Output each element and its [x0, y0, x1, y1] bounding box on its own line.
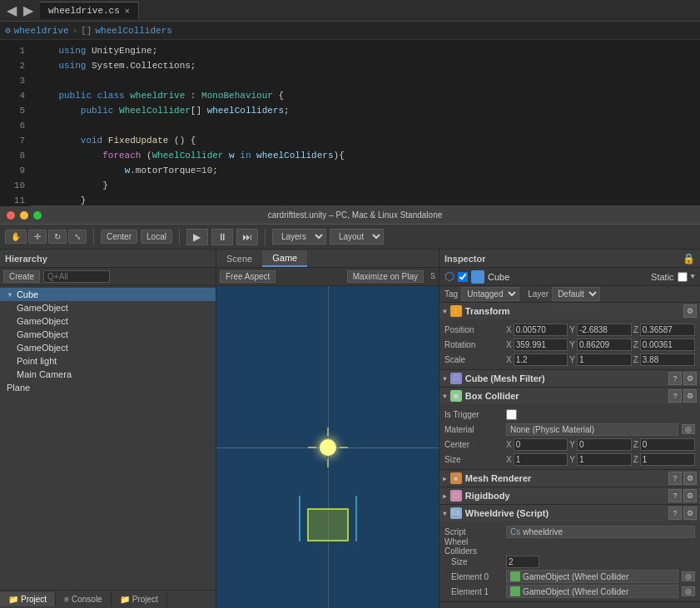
- size-z: Z: [633, 453, 695, 466]
- mf-btn1[interactable]: ?: [668, 372, 682, 385]
- wheeldrive-header[interactable]: ▼ Cs Wheeldrive (Script) ? ⚙: [439, 505, 700, 521]
- mr-btn2[interactable]: ⚙: [683, 472, 697, 485]
- minimize-btn[interactable]: [20, 211, 28, 220]
- step-btn[interactable]: ⏭: [236, 229, 258, 245]
- static-checkbox[interactable]: [678, 272, 688, 282]
- mr-btn1[interactable]: ?: [668, 472, 682, 485]
- pos-y-input[interactable]: [577, 324, 632, 336]
- bc-btn1[interactable]: ?: [668, 389, 682, 403]
- scale-x-input[interactable]: [514, 353, 568, 366]
- maximize-window-btn[interactable]: [33, 211, 42, 220]
- size-y-input[interactable]: [577, 453, 632, 466]
- transform-settings[interactable]: ⚙: [683, 304, 697, 318]
- rot-y-input[interactable]: [577, 339, 632, 351]
- obj-name[interactable]: Cube: [488, 272, 648, 282]
- obj-active-checkbox[interactable]: [458, 272, 468, 282]
- script-value[interactable]: Cs wheeldrive: [506, 526, 695, 538]
- mat-picker[interactable]: ◎: [682, 424, 695, 434]
- stats-btn[interactable]: S: [430, 272, 435, 281]
- code-text[interactable]: using UnityEngine; using System.Collecti…: [30, 40, 700, 206]
- scene-tabs: Scene Game: [216, 250, 439, 268]
- hierarchy-item-cube[interactable]: ▼ Cube: [0, 288, 216, 301]
- console-tab[interactable]: ≡ Console: [56, 592, 112, 606]
- rotate-tool[interactable]: ↻: [48, 230, 67, 244]
- prev-tab-btn[interactable]: ◀: [3, 1, 20, 20]
- rot-x-input[interactable]: [514, 339, 568, 351]
- code-content: 12345 678910 111213 using UnityEngine; u…: [0, 40, 700, 206]
- size-z-input[interactable]: [640, 453, 695, 466]
- wd-btn2[interactable]: ⚙: [683, 507, 697, 520]
- item-label: GameObject: [17, 303, 68, 313]
- breadcrumb-wheelcolliders[interactable]: wheelColliders: [95, 26, 171, 36]
- project-tab2[interactable]: 📁 Project: [112, 592, 167, 606]
- close-btn[interactable]: [7, 211, 15, 220]
- pause-btn[interactable]: ⏸: [211, 229, 233, 245]
- hierarchy-item-pointlight[interactable]: Point light: [0, 354, 216, 368]
- mesh-renderer-header[interactable]: ▶ ◈ Mesh Renderer ? ⚙: [439, 470, 700, 487]
- hierarchy-item-go3[interactable]: GameObject: [0, 328, 216, 341]
- hierarchy-item-plane[interactable]: Plane: [0, 381, 216, 394]
- game-viewport[interactable]: [216, 286, 439, 608]
- lock-icon[interactable]: 🔒: [683, 253, 695, 264]
- rb-btn1[interactable]: ?: [668, 489, 682, 502]
- layers-dropdown[interactable]: Layers: [272, 229, 326, 245]
- wc-size-input[interactable]: [506, 556, 539, 568]
- bc-btn2[interactable]: ⚙: [683, 389, 697, 403]
- bc-btns: ? ⚙: [668, 389, 697, 403]
- layer-label: Layer: [528, 289, 549, 299]
- breadcrumb-wheeldrive[interactable]: wheeldrive: [14, 26, 69, 36]
- layout-dropdown[interactable]: Layout: [330, 229, 384, 245]
- center-y-input[interactable]: [577, 438, 632, 451]
- scale-tool[interactable]: ⤡: [68, 230, 87, 244]
- center-button[interactable]: Center: [101, 230, 137, 244]
- hierarchy-search[interactable]: [43, 270, 110, 283]
- pos-x-input[interactable]: [514, 324, 568, 336]
- scale-y-input[interactable]: [577, 353, 632, 366]
- layer-select[interactable]: Default: [552, 287, 600, 301]
- ray-up: [327, 428, 328, 436]
- size-row: Size X Y Z: [444, 452, 695, 467]
- maximize-on-play-btn[interactable]: Maximize on Play: [347, 270, 424, 283]
- hierarchy-item-go1[interactable]: GameObject: [0, 301, 216, 314]
- box-collider-header[interactable]: ▼ ▣ Box Collider ? ⚙: [439, 388, 700, 404]
- el0-icon: [510, 571, 520, 581]
- size-x-input[interactable]: [514, 453, 568, 466]
- el0-picker[interactable]: ◎: [682, 571, 695, 581]
- rb-btn2[interactable]: ⚙: [683, 489, 697, 502]
- wheel-left: [299, 496, 300, 541]
- aspect-dropdown[interactable]: Free Aspect: [220, 270, 276, 283]
- scene-tab[interactable]: Scene: [216, 251, 262, 266]
- hierarchy-item-go4[interactable]: GameObject: [0, 341, 216, 354]
- play-btn[interactable]: ▶: [186, 229, 208, 245]
- wd-btn1[interactable]: ?: [668, 507, 682, 520]
- mf-btn2[interactable]: ⚙: [683, 372, 697, 385]
- hierarchy-item-go2[interactable]: GameObject: [0, 314, 216, 328]
- rigidbody-header[interactable]: ▶ ⬡ Rigidbody ? ⚙: [439, 487, 700, 504]
- move-tool[interactable]: ✛: [28, 230, 47, 244]
- static-arrow[interactable]: ▼: [691, 273, 695, 281]
- mesh-filter-header[interactable]: ▼ □ Cube (Mesh Filter) ? ⚙: [439, 370, 700, 387]
- wheeldrive-tab[interactable]: wheeldrive.cs ✕: [40, 2, 139, 19]
- el0-value[interactable]: GameObject (Wheel Collider: [506, 570, 678, 583]
- tab-nav[interactable]: ◀ ▶: [0, 1, 40, 20]
- local-button[interactable]: Local: [141, 230, 172, 244]
- hierarchy-item-maincamera[interactable]: Main Camera: [0, 368, 216, 381]
- el1-value[interactable]: GameObject (Wheel Collider: [506, 585, 678, 598]
- create-btn[interactable]: Create: [3, 270, 40, 283]
- project-tab1[interactable]: 📁 Project: [0, 592, 56, 606]
- close-tab-btn[interactable]: ✕: [125, 6, 130, 16]
- mat-value[interactable]: None (Physic Material): [506, 423, 678, 436]
- box-collider-label: Box Collider: [465, 391, 665, 401]
- is-trigger-checkbox[interactable]: [506, 409, 517, 420]
- transform-header[interactable]: ▼ ↕ Transform ⚙: [439, 303, 700, 319]
- center-x-input[interactable]: [514, 438, 568, 451]
- scale-z-input[interactable]: [640, 353, 695, 366]
- el1-picker[interactable]: ◎: [682, 586, 695, 596]
- pos-z-input[interactable]: [640, 324, 695, 336]
- tag-select[interactable]: Untagged: [461, 287, 519, 301]
- game-tab[interactable]: Game: [262, 250, 307, 267]
- center-z-input[interactable]: [640, 438, 695, 451]
- next-tab-btn[interactable]: ▶: [20, 1, 37, 20]
- rot-z-input[interactable]: [640, 339, 695, 351]
- hand-tool[interactable]: ✋: [5, 230, 27, 244]
